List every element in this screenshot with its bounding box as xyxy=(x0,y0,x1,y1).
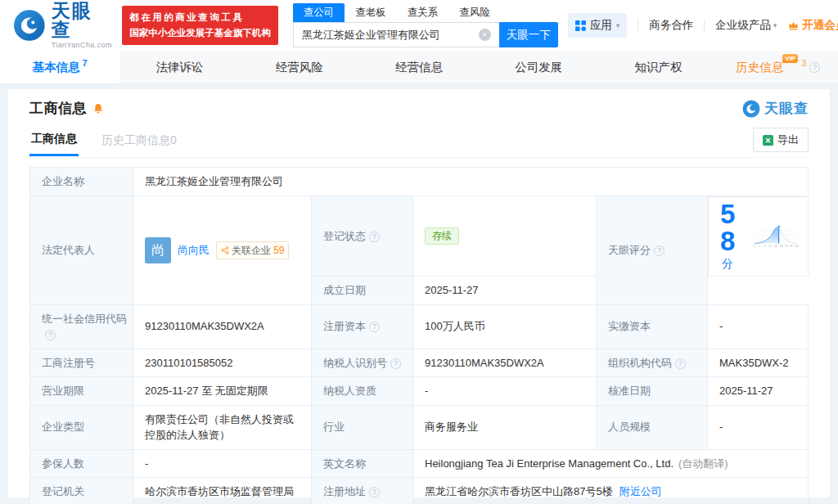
enterprise-products-menu[interactable]: 企业级产品 ▾ xyxy=(715,18,777,33)
section-title: 工商信息 xyxy=(29,99,87,118)
search-button[interactable]: 天眼一下 xyxy=(499,22,558,47)
subtab-current-registration[interactable]: 工商信息 xyxy=(29,128,79,156)
tab-label: 知识产权 xyxy=(635,60,683,75)
tab-history-info[interactable]: 历史信息 VIP 3 ? xyxy=(719,51,838,83)
help-icon[interactable]: ? xyxy=(390,358,401,369)
svg-text:50: 50 xyxy=(774,244,777,247)
credit-code-label: 统一社会信用代码? xyxy=(30,304,133,349)
tab-count: 7 xyxy=(83,58,88,68)
table-row: 参保人数 - 英文名称 Heilongjiang Tea Ji Enterpri… xyxy=(30,449,809,478)
address-label: 注册地址? xyxy=(312,478,413,504)
taxpayer-quality-value: - xyxy=(413,377,597,406)
divider xyxy=(638,20,638,31)
tab-company-development[interactable]: 公司发展 xyxy=(479,51,598,83)
help-icon[interactable]: ? xyxy=(369,487,380,497)
english-name-value: Heilongjiang Tea Ji Enterprise Managemen… xyxy=(413,449,809,478)
company-type-label: 企业类型 xyxy=(30,405,133,449)
tab-label: 经营信息 xyxy=(395,60,443,75)
tab-business-info[interactable]: 经营信息 xyxy=(359,51,479,83)
export-button[interactable]: 导出 xyxy=(753,128,809,152)
legal-rep-name-link[interactable]: 尚向民 xyxy=(178,242,210,259)
search-tab-risk[interactable]: 查风险 xyxy=(448,3,501,22)
insured-count-label: 参保人数 xyxy=(30,449,133,478)
tab-basic-info[interactable]: 基本信息 7 xyxy=(0,51,119,83)
score-unit: 分 xyxy=(722,257,733,270)
score-cell: 58分 0 xyxy=(708,196,809,277)
paid-capital-label: 实缴资本 xyxy=(597,304,708,349)
help-icon[interactable]: ? xyxy=(369,322,380,332)
reg-status-value: 存续 xyxy=(413,196,597,277)
est-date-label: 成立日期 xyxy=(312,277,413,305)
taxpayer-quality-label: 纳税人资质 xyxy=(312,377,413,406)
apps-menu[interactable]: 应用 ▾ xyxy=(568,13,628,38)
registration-info-table: 企业名称 黑龙江茶姬企业管理有限公司 法定代表人 尚 尚向民 xyxy=(29,167,809,504)
reg-number-value: 230110101585052 xyxy=(133,349,312,377)
subtab-history-registration[interactable]: 历史工商信息0 xyxy=(100,130,178,155)
taxpayer-id-label: 纳税人识别号? xyxy=(312,349,413,377)
search-tabs: 查公司 查老板 查关系 查风险 xyxy=(293,3,558,22)
reg-authority-value: 哈尔滨市香坊区市场监督管理局 xyxy=(133,478,312,504)
apps-label: 应用 xyxy=(590,18,612,33)
help-icon[interactable]: ? xyxy=(369,232,380,242)
tab-label: 公司发展 xyxy=(515,60,562,75)
business-term-value: 2025-11-27 至 无固定期限 xyxy=(133,377,312,406)
help-icon[interactable]: ? xyxy=(45,330,56,340)
nearby-companies-link[interactable]: 附近公司 xyxy=(619,485,662,497)
table-row: 统一社会信用代码? 91230110MAK35DWX2A 注册资本? 100万人… xyxy=(30,304,809,349)
reg-status-label: 登记状态? xyxy=(312,196,413,277)
clear-search-icon[interactable]: × xyxy=(479,29,491,41)
business-registration-card: 工商信息 天眼查 工商信息 历史工商信息0 xyxy=(8,89,830,497)
tianyancha-logo[interactable]: 天眼查 TianYanCha.com xyxy=(13,2,112,49)
help-icon[interactable]: ? xyxy=(675,358,686,369)
search-input[interactable] xyxy=(293,22,499,47)
staff-size-value: - xyxy=(708,405,809,449)
search-tab-relation[interactable]: 查关系 xyxy=(397,3,449,22)
staff-size-label: 人员规模 xyxy=(597,405,708,449)
announcement-bell-icon xyxy=(92,102,104,115)
svg-text:3: 3 xyxy=(764,244,766,247)
tab-count: 3 xyxy=(801,58,806,68)
logo-domain: TianYanCha.com xyxy=(52,42,112,49)
tab-label: 法律诉讼 xyxy=(155,60,203,75)
help-icon[interactable]: ? xyxy=(654,245,665,256)
open-vip-button[interactable]: 开通会员 ▾ xyxy=(787,18,838,33)
legal-rep-label: 法定代表人 xyxy=(30,196,133,304)
svg-text:99: 99 xyxy=(790,244,793,247)
svg-text:1: 1 xyxy=(759,244,760,247)
content-area: 工商信息 天眼查 工商信息 历史工商信息0 xyxy=(0,84,838,504)
tab-intellectual-property[interactable]: 知识产权 xyxy=(598,51,718,83)
chevron-down-icon: ▾ xyxy=(773,21,777,29)
reg-capital-label: 注册资本? xyxy=(312,304,413,349)
tab-legal-proceedings[interactable]: 法律诉讼 xyxy=(119,51,239,83)
company-type-value: 有限责任公司（非自然人投资或控股的法人独资） xyxy=(133,405,312,449)
promo-line1: 都在用的商业查询工具 xyxy=(129,10,271,25)
company-name-label: 企业名称 xyxy=(30,168,133,196)
help-icon[interactable]: ? xyxy=(809,62,820,73)
table-row: 营业期限 2025-11-27 至 无固定期限 纳税人资质 - 核准日期 202… xyxy=(30,377,809,406)
related-companies-badge[interactable]: 关联企业 59 xyxy=(216,241,289,259)
registration-sub-tabs: 工商信息 历史工商信息0 导出 xyxy=(29,128,809,158)
approval-date-value: 2025-11-27 xyxy=(708,377,809,406)
business-cooperation-link[interactable]: 商务合作 xyxy=(649,18,693,33)
credit-code-value: 91230110MAK35DWX2A xyxy=(133,304,312,349)
legal-rep-avatar[interactable]: 尚 xyxy=(145,237,171,263)
logo-title: 天眼查 xyxy=(52,2,112,39)
svg-text:100: 100 xyxy=(794,244,798,247)
related-companies-count: 59 xyxy=(273,243,284,258)
excel-icon xyxy=(763,135,773,146)
search-tab-company[interactable]: 查公司 xyxy=(293,3,345,22)
table-row: 企业类型 有限责任公司（非自然人投资或控股的法人独资） 行业 商务服务业 人员规… xyxy=(30,405,809,449)
legal-rep-cell: 尚 尚向民 关联企业 59 xyxy=(133,196,312,304)
search-tab-boss[interactable]: 查老板 xyxy=(345,3,397,22)
table-row: 登记机关 哈尔滨市香坊区市场监督管理局 注册地址? 黑龙江省哈尔滨市香坊区中山路… xyxy=(30,478,809,504)
tab-operational-risk[interactable]: 经营风险 xyxy=(240,51,359,83)
table-row: 法定代表人 尚 尚向民 xyxy=(30,196,809,277)
tianyancha-watermark: 天眼查 xyxy=(742,99,809,118)
promo-line2: 国家中小企业发展子基金旗下机构 xyxy=(129,25,271,41)
svg-text:66: 66 xyxy=(780,244,783,247)
vip-badge: VIP xyxy=(782,54,798,63)
paid-capital-value: - xyxy=(708,304,809,349)
taxpayer-id-value: 91230110MAK35DWX2A xyxy=(413,349,597,377)
top-menu: 应用 ▾ 商务合作 企业级产品 ▾ 开通会员 ▾ xyxy=(568,13,838,38)
svg-text:11: 11 xyxy=(768,244,772,247)
